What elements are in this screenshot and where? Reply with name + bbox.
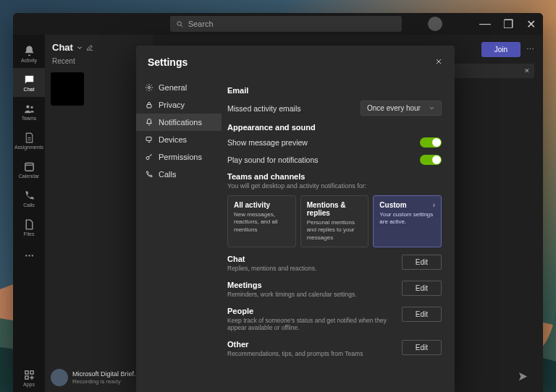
avatar [51,369,68,386]
card-mentions-replies[interactable]: Mentions & replies Personal mentions and… [300,195,369,247]
svg-point-18 [148,87,151,89]
nav-permissions[interactable]: Permissions [136,148,222,166]
chat-header: Chat [52,42,73,53]
lock-icon [145,101,153,109]
user-avatar[interactable] [428,17,442,31]
preview-toggle[interactable] [420,137,442,148]
send-button[interactable] [518,371,528,385]
edit-chat-button[interactable]: Edit [402,255,442,270]
search-input[interactable]: Search [170,16,402,32]
svg-rect-20 [146,137,151,141]
video-thumbnail [51,72,84,106]
group-people-title: People [227,307,395,315]
apps-icon [23,369,35,381]
chat-recent-title: Microsoft Digital Brief... [72,370,140,378]
group-meetings-sub: Reminders, work timings and calendar set… [227,291,395,298]
group-chat-title: Chat [227,255,395,263]
chat-recent-sub: Recording is ready [72,378,140,385]
key-icon [145,153,153,161]
group-other-title: Other [227,340,395,349]
calendar-icon [23,161,35,173]
svg-point-5 [28,255,30,256]
rail-files[interactable]: Files [13,213,45,242]
search-icon [176,20,184,28]
svg-point-6 [31,255,33,256]
close-icon[interactable]: ✕ [524,67,530,74]
new-chat-icon[interactable] [86,44,93,51]
teams-icon [23,103,35,115]
chevron-right-icon: › [433,201,435,209]
edit-other-button[interactable]: Edit [402,340,442,355]
app-window: Search — ❐ ✕ Activity Chat Teams [13,13,543,392]
close-settings-button[interactable] [434,56,443,69]
gear-icon [145,83,153,92]
bell-icon [145,118,153,127]
rail-calls[interactable]: Calls [13,184,45,213]
bell-icon [23,45,35,57]
svg-point-1 [26,105,29,108]
devices-icon [145,135,153,144]
rail-apps[interactable]: Apps [13,363,45,392]
svg-point-0 [177,21,181,25]
search-placeholder: Search [188,20,214,28]
group-other-sub: Recommendations, tips, and prompts from … [227,350,395,357]
rail-assignments[interactable]: Assignments [13,126,45,155]
svg-rect-19 [147,105,151,108]
nav-calls[interactable]: Calls [136,166,222,183]
group-people-sub: Keep track of someone's status and get n… [227,317,395,331]
group-chat-sub: Replies, mentions and reactions. [227,265,395,272]
settings-modal: Settings General Privacy Notifications [136,46,455,392]
rail-activity[interactable]: Activity [13,39,45,68]
sound-label: Play sound for notifications [227,155,319,164]
meeting-options-icon[interactable]: ⋯ [526,45,534,54]
svg-point-21 [146,157,149,160]
nav-general[interactable]: General [136,79,222,96]
svg-rect-8 [30,370,33,373]
rail-calendar[interactable]: Calendar [13,155,45,184]
edit-people-button[interactable]: Edit [402,307,442,322]
titlebar: Search — ❐ ✕ [13,13,543,35]
chevron-down-icon [429,105,435,111]
sound-toggle[interactable] [420,155,442,165]
app-rail: Activity Chat Teams Assignments Calendar… [13,35,45,392]
svg-point-4 [25,255,27,256]
card-custom[interactable]: Custom› Your custom settings are active. [373,195,442,247]
phone-icon [23,189,35,202]
section-appearance: Appearance and sound [227,123,442,132]
settings-content: Email Missed activity emails Once every … [222,76,455,392]
rail-chat[interactable]: Chat [13,68,45,97]
card-all-activity[interactable]: All activity New messages, reactions, an… [227,195,296,247]
svg-rect-9 [25,375,28,378]
maximize-button[interactable]: ❐ [497,13,520,35]
nav-notifications[interactable]: Notifications [136,114,222,131]
nav-privacy[interactable]: Privacy [136,96,222,114]
close-window-button[interactable]: ✕ [520,13,543,35]
missed-emails-label: Missed activity emails [227,104,301,113]
send-icon [518,371,528,382]
preview-label: Show message preview [227,138,308,147]
file-icon [23,218,35,231]
group-meetings-title: Meetings [227,281,395,289]
rail-more[interactable] [13,242,45,270]
settings-nav: General Privacy Notifications Devices Pe… [136,76,222,392]
teams-subtext: You will get desktop and activity notifi… [227,182,442,189]
section-email: Email [227,86,442,95]
rail-teams[interactable]: Teams [13,97,45,126]
close-icon [434,57,443,66]
missed-emails-dropdown[interactable]: Once every hour [361,101,442,116]
svg-rect-7 [25,370,28,373]
edit-meetings-button[interactable]: Edit [402,281,442,296]
settings-title: Settings [148,56,188,68]
section-teams: Teams and channels [227,172,442,181]
minimize-button[interactable]: — [473,13,497,35]
join-button[interactable]: Join [481,42,521,57]
more-icon [23,250,35,262]
phone-icon [145,170,153,179]
svg-point-2 [30,106,33,108]
assignments-icon [23,132,35,144]
svg-rect-3 [25,163,33,171]
chevron-down-icon[interactable] [76,44,83,51]
chat-icon [23,74,35,86]
nav-devices[interactable]: Devices [136,131,222,148]
